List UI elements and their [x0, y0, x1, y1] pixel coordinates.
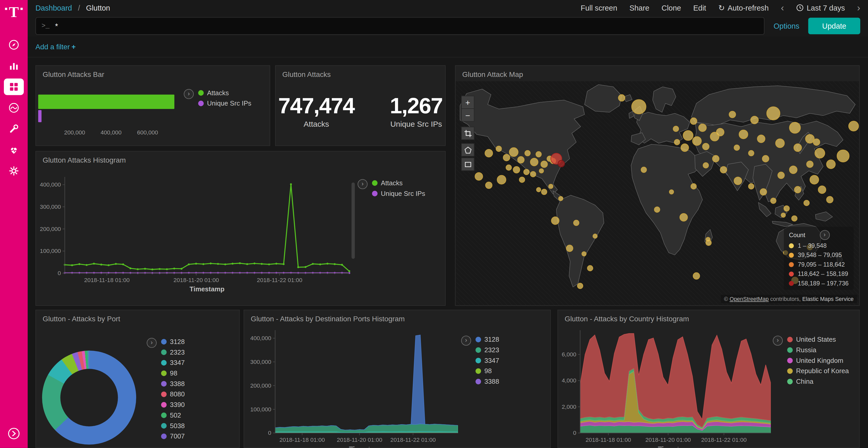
attack-marker[interactable]	[778, 172, 784, 179]
attack-marker[interactable]	[551, 217, 559, 225]
nav-monitoring[interactable]	[4, 142, 24, 158]
time-forward-button[interactable]: ›	[857, 3, 860, 12]
legend-item-3128[interactable]: 3128	[475, 336, 499, 343]
tmobile-logo[interactable]: T	[0, 0, 28, 24]
nav-management[interactable]	[4, 163, 24, 179]
legend-item-118-642-158-189[interactable]: 118,642 – 158,189	[789, 271, 848, 277]
attack-marker[interactable]	[760, 188, 767, 195]
attack-marker[interactable]	[641, 167, 646, 172]
update-button[interactable]: Update	[808, 18, 860, 34]
search-query-input[interactable]: >_ *	[35, 17, 765, 35]
chevron-right-circle-icon[interactable]: ›	[773, 336, 783, 346]
donut-chart[interactable]	[42, 351, 136, 445]
attack-marker[interactable]	[837, 150, 849, 162]
legend-item-2323[interactable]: 2323	[161, 348, 185, 356]
attack-marker[interactable]	[536, 151, 541, 157]
legend-item-5038[interactable]: 5038	[161, 422, 185, 430]
attack-marker[interactable]	[518, 157, 524, 163]
attack-marker[interactable]	[503, 154, 510, 161]
nav-dashboard[interactable]	[4, 78, 24, 95]
legend-item-attacks[interactable]: Attacks	[372, 179, 425, 187]
query-options-link[interactable]: Options	[774, 22, 800, 30]
collapse-nav-button[interactable]	[7, 427, 21, 442]
legend-item-republic-of-korea[interactable]: Republic of Korea	[787, 367, 849, 375]
attack-marker[interactable]	[748, 183, 754, 189]
map-crop-tool-button[interactable]	[461, 127, 474, 140]
attack-marker[interactable]	[519, 177, 525, 182]
breadcrumb-dashboard-link[interactable]: Dashboard	[35, 4, 72, 12]
map-zoom-in-button[interactable]: +	[461, 96, 474, 109]
attack-marker[interactable]	[541, 189, 547, 195]
attack-marker[interactable]	[530, 158, 538, 166]
legend-item-7007[interactable]: 7007	[161, 433, 185, 440]
attack-marker[interactable]	[690, 118, 697, 125]
attack-marker[interactable]	[654, 207, 660, 212]
attack-marker[interactable]	[703, 143, 709, 150]
legend-item-attacks[interactable]: Attacks	[198, 89, 251, 97]
attack-marker[interactable]	[559, 196, 563, 201]
time-back-button[interactable]: ‹	[781, 3, 784, 12]
attack-marker[interactable]	[485, 149, 493, 157]
world-map[interactable]: + −	[456, 81, 859, 305]
attack-marker[interactable]	[525, 150, 530, 156]
attack-marker[interactable]	[751, 116, 758, 124]
attack-marker[interactable]	[734, 177, 742, 185]
attack-marker[interactable]	[683, 131, 693, 141]
chevron-right-circle-icon[interactable]: ›	[461, 336, 471, 346]
chevron-right-circle-icon[interactable]: ›	[358, 179, 368, 189]
attack-marker[interactable]	[827, 160, 835, 169]
legend-item-unique-src-ips[interactable]: Unique Src IPs	[198, 100, 251, 107]
attack-marker[interactable]	[776, 139, 784, 148]
attack-marker[interactable]	[582, 252, 586, 256]
attack-marker[interactable]	[475, 173, 483, 180]
attack-marker[interactable]	[789, 166, 797, 174]
legend-item-79-095-118-642[interactable]: 79,095 – 118,642	[789, 261, 848, 268]
legend-item-158-189-197-736[interactable]: 158,189 – 197,736	[789, 280, 848, 286]
map-zoom-out-button[interactable]: −	[461, 108, 474, 122]
legend-item-1-39-548[interactable]: 1 – 39,548	[789, 242, 848, 249]
attack-marker[interactable]	[632, 100, 646, 114]
legend-item-united-kingdom[interactable]: United Kingdom	[787, 357, 849, 365]
attack-marker[interactable]	[748, 150, 754, 156]
attack-marker[interactable]	[680, 213, 687, 221]
attack-marker[interactable]	[815, 148, 825, 158]
legend-item-2323[interactable]: 2323	[475, 346, 499, 354]
attack-marker[interactable]	[699, 124, 706, 132]
attack-marker[interactable]	[691, 183, 696, 189]
legend-item-unique-src-ips[interactable]: Unique Src IPs	[372, 190, 425, 198]
attack-marker[interactable]	[848, 121, 859, 131]
legend-item-98[interactable]: 98	[475, 367, 499, 375]
nav-dev-tools[interactable]	[4, 120, 24, 137]
attack-marker[interactable]	[794, 144, 802, 151]
attack-marker[interactable]	[739, 130, 748, 139]
attack-marker[interactable]	[541, 161, 548, 168]
openstreetmap-link[interactable]: OpenStreetMap	[730, 296, 769, 302]
attack-marker[interactable]	[673, 126, 679, 132]
attack-marker[interactable]	[767, 107, 780, 120]
attack-marker[interactable]	[716, 128, 724, 136]
attack-marker[interactable]	[729, 111, 736, 118]
menu-edit[interactable]: Edit	[693, 4, 706, 12]
legend-item-3347[interactable]: 3347	[475, 357, 499, 365]
legend-item-3347[interactable]: 3347	[161, 359, 185, 367]
attack-marker[interactable]	[703, 163, 708, 168]
attack-marker[interactable]	[536, 187, 541, 192]
nav-discover[interactable]	[4, 36, 24, 53]
chevron-right-circle-icon[interactable]: ›	[820, 230, 830, 240]
attack-marker[interactable]	[530, 171, 536, 177]
legend-item-united-states[interactable]: United States	[787, 336, 849, 343]
legend-item-3388[interactable]: 3388	[161, 380, 185, 388]
chevron-right-circle-icon[interactable]: ›	[147, 338, 157, 348]
attack-marker[interactable]	[549, 184, 553, 188]
menu-share[interactable]: Share	[629, 4, 649, 12]
attack-marker[interactable]	[706, 237, 710, 242]
attack-marker[interactable]	[513, 167, 520, 173]
legend-item-3128[interactable]: 3128	[161, 338, 185, 346]
bar-attacks[interactable]	[38, 95, 175, 109]
attack-marker[interactable]	[539, 169, 544, 173]
legend-item-8080[interactable]: 8080	[161, 390, 185, 398]
map-polygon-tool-button[interactable]	[461, 143, 474, 157]
attack-marker[interactable]	[804, 200, 809, 206]
add-filter-link[interactable]: Add a filter+	[35, 43, 76, 51]
map-rectangle-tool-button[interactable]	[461, 158, 474, 171]
